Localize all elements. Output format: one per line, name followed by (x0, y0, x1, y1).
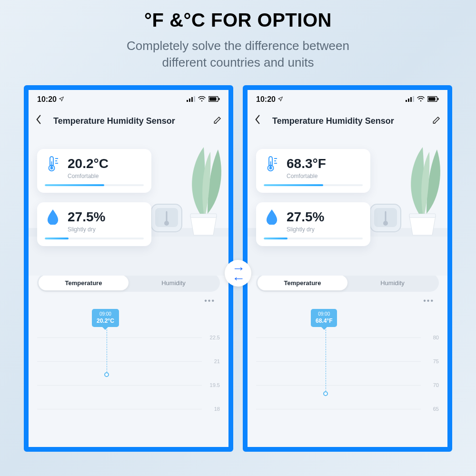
status-bar: 10:20 (29, 90, 228, 109)
chart-stem (107, 327, 107, 375)
chart-stem (326, 327, 326, 394)
y-tick: 21 (204, 358, 220, 364)
y-tick: 75 (423, 358, 439, 364)
humidity-bar (264, 238, 363, 239)
chart-point (104, 372, 109, 377)
battery-icon (427, 96, 439, 103)
humidity-value: 27.5% (68, 209, 105, 225)
humidity-card[interactable]: 27.5% Slightly dry (256, 202, 370, 246)
humidity-card[interactable]: 27.5% Slightly dry (37, 202, 151, 246)
temperature-bar (45, 184, 144, 186)
svg-rect-2 (191, 97, 193, 102)
metric-segmented-control[interactable]: Temperature Humidity (37, 274, 220, 292)
droplet-icon (45, 209, 61, 225)
edit-button[interactable] (432, 116, 441, 127)
svg-rect-24 (410, 97, 412, 102)
tab-temperature[interactable]: Temperature (258, 275, 347, 290)
page-title: Temperature Humidity Sensor (272, 116, 427, 126)
headline: °F &°C FOR OPTION (0, 10, 476, 31)
svg-rect-1 (189, 99, 190, 102)
back-button[interactable] (35, 115, 47, 127)
tooltip-time: 09:00 (97, 311, 114, 317)
svg-rect-0 (187, 100, 188, 102)
svg-rect-22 (406, 100, 407, 102)
thermometer-icon (45, 156, 61, 172)
subheadline: Completely solve the difference between … (0, 38, 476, 71)
wifi-icon (198, 96, 206, 103)
tooltip-value: 20.2°C (97, 317, 114, 325)
y-tick: 18 (204, 406, 220, 412)
temperature-bar (264, 184, 363, 186)
humidity-bar (45, 238, 144, 239)
tooltip-value: 68.4°F (316, 317, 332, 325)
tab-humidity[interactable]: Humidity (347, 275, 437, 290)
page-title: Temperature Humidity Sensor (53, 116, 208, 126)
y-tick: 19.5 (204, 382, 220, 388)
temperature-card[interactable]: 20.2°C Comfortable (37, 149, 151, 193)
svg-rect-28 (428, 97, 436, 100)
battery-icon (208, 96, 220, 103)
cellular-signal-icon (406, 96, 414, 103)
svg-rect-23 (408, 99, 409, 102)
temperature-chart-celsius[interactable]: 22.5 21 19.5 18 09:00 20.2°C (37, 309, 220, 418)
chart-options-button[interactable]: ••• (248, 292, 447, 305)
tooltip-time: 09:00 (316, 311, 332, 317)
svg-rect-29 (437, 98, 438, 100)
svg-point-4 (201, 100, 203, 102)
status-bar: 10:20 (248, 90, 447, 109)
svg-rect-7 (218, 98, 219, 100)
chart-tooltip: 09:00 68.4°F (311, 309, 337, 327)
temperature-value: 20.2°C (68, 156, 109, 171)
svg-rect-25 (413, 96, 414, 102)
temperature-status: Comfortable (287, 173, 363, 179)
thermometer-icon (264, 156, 280, 172)
phone-screenshot-fahrenheit: 10:20 Temperature Humid (243, 85, 452, 452)
temperature-card[interactable]: 68.3°F Comfortable (256, 149, 370, 193)
svg-point-26 (420, 100, 422, 102)
edit-button[interactable] (213, 116, 222, 127)
nav-bar: Temperature Humidity Sensor (248, 109, 447, 133)
chart-options-button[interactable]: ••• (29, 292, 228, 305)
temperature-status: Comfortable (68, 173, 144, 179)
nav-bar: Temperature Humidity Sensor (29, 109, 228, 133)
location-arrow-icon (278, 95, 283, 103)
chart-tooltip: 09:00 20.2°C (92, 309, 119, 327)
tab-temperature[interactable]: Temperature (39, 275, 129, 290)
humidity-status: Slightly dry (287, 226, 363, 233)
droplet-icon (264, 209, 280, 225)
status-time: 10:20 (256, 95, 283, 104)
metric-segmented-control[interactable]: Temperature Humidity (256, 274, 439, 292)
svg-rect-3 (194, 96, 195, 102)
temperature-value: 68.3°F (287, 156, 326, 171)
swap-units-icon: → ← (225, 260, 251, 287)
location-arrow-icon (59, 95, 64, 104)
cellular-signal-icon (187, 96, 195, 103)
humidity-status: Slightly dry (68, 226, 144, 233)
temperature-chart-fahrenheit[interactable]: 80 75 70 65 09:00 68.4°F (256, 309, 439, 418)
y-tick: 22.5 (204, 335, 220, 340)
wifi-icon (417, 96, 425, 103)
tab-humidity[interactable]: Humidity (129, 275, 218, 290)
status-time: 10:20 (37, 95, 64, 104)
chart-point (323, 391, 328, 396)
back-button[interactable] (254, 115, 266, 127)
y-tick: 70 (423, 382, 439, 388)
phone-screenshot-celsius: 10:20 Temperature Humid (24, 85, 233, 452)
y-tick: 80 (423, 335, 439, 340)
svg-rect-6 (209, 97, 217, 100)
humidity-value: 27.5% (287, 209, 324, 225)
marketing-header: °F &°C FOR OPTION Completely solve the d… (0, 0, 476, 71)
y-tick: 65 (423, 406, 439, 412)
